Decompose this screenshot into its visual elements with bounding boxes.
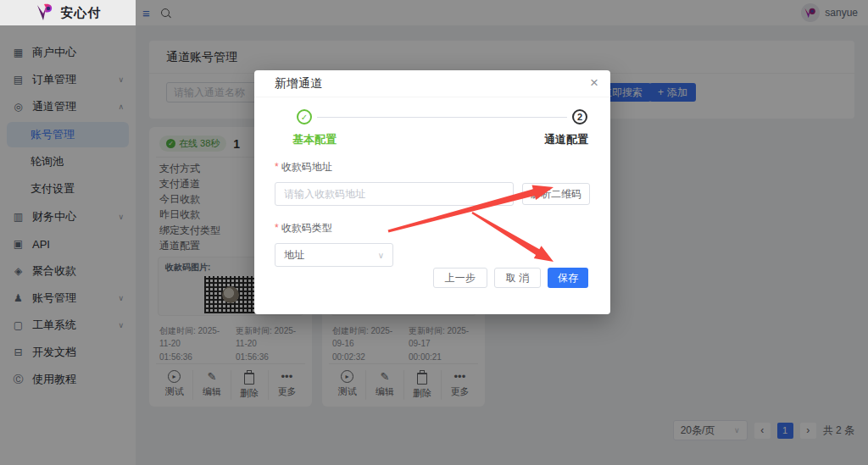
qr-type-label: *收款码类型 (275, 221, 590, 235)
parse-qr-button[interactable]: 解析二维码 (522, 183, 590, 205)
qr-address-input[interactable] (275, 182, 514, 206)
brand-logo-block[interactable]: 安心付 (0, 0, 136, 25)
qr-type-select[interactable]: 地址 ∨ (275, 243, 393, 267)
step-connector (317, 117, 567, 118)
dialog-body: *收款码地址 解析二维码 *收款码类型 地址 ∨ (254, 152, 610, 267)
required-mark: * (275, 161, 279, 173)
chevron-down-icon: ∨ (378, 251, 384, 260)
cancel-button[interactable]: 取 消 (494, 268, 541, 288)
step-2-number: 2 (572, 109, 587, 125)
qr-address-label: *收款码地址 (275, 160, 590, 174)
app-root: ≡ sanyue 安心付 (0, 0, 868, 465)
vp-logo-icon (35, 3, 55, 22)
qr-type-selected-value: 地址 (284, 248, 304, 263)
dialog-header: 新增通道 × (254, 70, 610, 97)
close-icon[interactable]: × (590, 75, 598, 90)
add-channel-dialog: 新增通道 × ✓ 2 基本配置 通道配置 *收款码地址 解析二维码 *收款码类型… (254, 70, 610, 314)
step-2-label: 通道配置 (544, 132, 588, 147)
dialog-title: 新增通道 (275, 76, 322, 91)
dialog-footer: 上一步 取 消 保存 (433, 268, 588, 288)
previous-step-button[interactable]: 上一步 (433, 268, 487, 288)
steps: ✓ 2 基本配置 通道配置 (254, 109, 610, 152)
brand-name: 安心付 (61, 5, 102, 21)
step-1-label: 基本配置 (292, 132, 337, 147)
step-1-done-icon: ✓ (297, 109, 312, 125)
required-mark: * (275, 222, 279, 234)
save-button[interactable]: 保存 (548, 268, 588, 288)
